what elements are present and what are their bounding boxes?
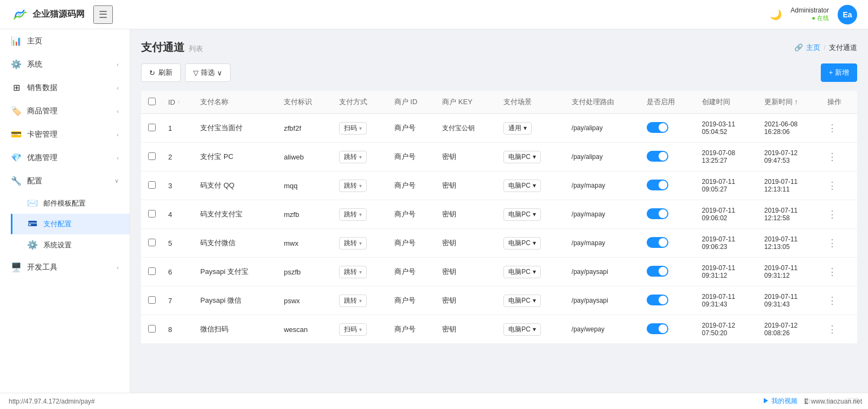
row-name: 微信扫码 <box>195 315 278 344</box>
row-merchant-id: 商户号 <box>389 143 437 171</box>
scene-select-4[interactable]: 电脑PC ▾ <box>503 208 541 221</box>
table-container: ID ↑ 支付名称 支付标识 支付方式 商户 ID 商户 KEY 支付场景 支付… <box>141 91 857 344</box>
select-all-checkbox[interactable] <box>148 98 156 105</box>
sidebar-item-sales[interactable]: ⊞ 销售数据 ‹ <box>0 76 130 99</box>
pay-method-badge-2[interactable]: 跳转 ▾ <box>339 151 367 163</box>
refresh-button[interactable]: ↻ 刷新 <box>141 63 181 82</box>
sidebar-item-sys-settings[interactable]: ⚙️ 系统设置 <box>11 234 130 255</box>
row-checkbox-2[interactable] <box>148 152 156 160</box>
row-enabled <box>641 114 697 143</box>
row-enabled <box>641 315 697 344</box>
chevron-down-icon: ▾ <box>359 327 362 333</box>
row-checkbox-cell <box>141 286 163 315</box>
sort-id-icon[interactable]: ↑ <box>177 99 180 105</box>
chevron-down-icon: ▾ <box>359 298 362 304</box>
logo-area: 企业猫源码网 <box>11 6 85 23</box>
scene-select-6[interactable]: 电脑PC ▾ <box>503 266 541 278</box>
row-checkbox-8[interactable] <box>148 325 156 333</box>
pay-method-badge-1[interactable]: 扫码 ▾ <box>339 122 367 135</box>
enabled-toggle-5[interactable] <box>647 237 668 248</box>
sidebar-item-home[interactable]: 📊 主页 <box>0 29 130 53</box>
sidebar-item-dev-tools[interactable]: 🖥️ 开发工具 ‹ <box>0 255 130 279</box>
row-checkbox-1[interactable] <box>148 124 156 131</box>
pay-method-badge-5[interactable]: 跳转 ▾ <box>339 237 367 250</box>
row-checkbox-6[interactable] <box>148 267 156 275</box>
chevron-down-icon: ▾ <box>359 212 362 218</box>
add-button[interactable]: + 新增 <box>821 63 857 82</box>
scene-select-8[interactable]: 电脑PC ▾ <box>503 323 541 336</box>
row-merchant-key: 密钥 <box>437 171 498 200</box>
action-menu-4[interactable]: ⋮ <box>827 209 838 220</box>
sidebar-item-pay-config[interactable]: 支付配置 <box>11 214 130 234</box>
pay-method-badge-4[interactable]: 跳转 ▾ <box>339 208 367 221</box>
row-route: /pay/alipay <box>566 114 642 143</box>
row-updated: 2019-07-1209:47:53 <box>759 143 822 171</box>
action-menu-2[interactable]: ⋮ <box>827 151 838 162</box>
sidebar-label-email: 邮件模板配置 <box>43 199 119 208</box>
enabled-toggle-1[interactable] <box>647 122 668 133</box>
table-row: 4码支付支付宝mzfb 跳转 ▾ 商户号密钥 电脑PC ▾ /pay/mapay… <box>141 200 857 229</box>
action-menu-1[interactable]: ⋮ <box>827 123 838 133</box>
row-merchant-key: 密钥 <box>437 258 498 286</box>
my-video-btn[interactable]: ▶ 我的视频 <box>763 397 797 406</box>
row-merchant-id: 商户号 <box>389 200 437 229</box>
scene-select-3[interactable]: 电脑PC ▾ <box>503 180 541 192</box>
sidebar-item-card[interactable]: 💳 卡密管理 ‹ <box>0 123 130 146</box>
action-menu-7[interactable]: ⋮ <box>827 295 838 306</box>
row-route: /pay/mapay <box>566 229 642 258</box>
filter-button[interactable]: ▽ 筛选 ∨ <box>185 63 231 82</box>
th-updated: 更新时间 ↑ <box>759 91 822 114</box>
row-enabled <box>641 258 697 286</box>
sidebar-item-discount[interactable]: 💎 优惠管理 ‹ <box>0 146 130 169</box>
row-updated: 2019-07-1112:13:11 <box>759 171 822 200</box>
enabled-toggle-6[interactable] <box>647 266 668 277</box>
scene-select-2[interactable]: 电脑PC ▾ <box>503 151 541 163</box>
chevron-left-icon-goods: ‹ <box>117 108 119 114</box>
scene-select-7[interactable]: 电脑PC ▾ <box>503 295 541 307</box>
row-id: 1 <box>163 114 195 143</box>
header-left: 企业猫源码网 ☰ <box>11 5 113 24</box>
row-checkbox-7[interactable] <box>148 296 156 304</box>
sidebar-item-email-template[interactable]: ✉️ 邮件模板配置 <box>11 193 130 214</box>
enabled-toggle-7[interactable] <box>647 295 668 305</box>
row-checkbox-3[interactable] <box>148 181 156 189</box>
filter-icon: ▽ <box>193 69 199 77</box>
row-id: 3 <box>163 171 195 200</box>
breadcrumb-icon: 🔗 <box>794 43 803 52</box>
action-menu-8[interactable]: ⋮ <box>827 324 838 335</box>
dark-mode-button[interactable]: 🌙 <box>770 9 782 21</box>
th-id: ID ↑ <box>163 91 195 114</box>
action-menu-5[interactable]: ⋮ <box>827 238 838 248</box>
chevron-down-icon: ▾ <box>359 240 362 246</box>
scene-select-5[interactable]: 电脑PC ▾ <box>503 237 541 250</box>
chevron-down-icon-config: ∨ <box>114 177 119 184</box>
user-avatar[interactable]: Ea <box>838 5 857 24</box>
logo-icon <box>11 6 28 23</box>
pay-method-badge-6[interactable]: 跳转 ▾ <box>339 266 367 278</box>
status-url: http://47.97.4.172/admin/pay# <box>9 398 95 405</box>
pay-method-badge-3[interactable]: 跳转 ▾ <box>339 180 367 192</box>
sort-updated-icon[interactable]: ↑ <box>794 98 798 106</box>
action-menu-3[interactable]: ⋮ <box>827 180 838 191</box>
scene-select-1[interactable]: 通用 ▾ <box>503 122 532 135</box>
sidebar-item-system[interactable]: ⚙️ 系统 ‹ <box>0 53 130 76</box>
enabled-toggle-4[interactable] <box>647 208 668 219</box>
chevron-down-icon-scene: ▾ <box>533 182 536 189</box>
enabled-toggle-2[interactable] <box>647 151 668 162</box>
enabled-toggle-8[interactable] <box>647 323 668 334</box>
sidebar-item-config[interactable]: 🔧 配置 ∨ <box>0 169 130 193</box>
pay-method-badge-7[interactable]: 跳转 ▾ <box>339 295 367 307</box>
action-menu-6[interactable]: ⋮ <box>827 266 838 277</box>
breadcrumb-home-link[interactable]: 主页 <box>806 43 820 53</box>
sidebar-item-goods[interactable]: 🏷️ 商品管理 ‹ <box>0 99 130 123</box>
main-content: 支付通道 列表 🔗 主页 / 支付通道 ↻ 刷新 ▽ 筛选 ∨ <box>130 29 868 393</box>
row-checkbox-5[interactable] <box>148 239 156 246</box>
row-checkbox-cell <box>141 315 163 344</box>
menu-toggle-button[interactable]: ☰ <box>93 5 113 24</box>
discount-icon: 💎 <box>11 152 22 163</box>
row-identifier: pszfb <box>278 258 334 286</box>
enabled-toggle-3[interactable] <box>647 180 668 190</box>
pay-method-badge-8[interactable]: 扫码 ▾ <box>339 323 367 336</box>
watermark: www.tiaozuan.net <box>808 397 865 406</box>
row-checkbox-4[interactable] <box>148 210 156 218</box>
